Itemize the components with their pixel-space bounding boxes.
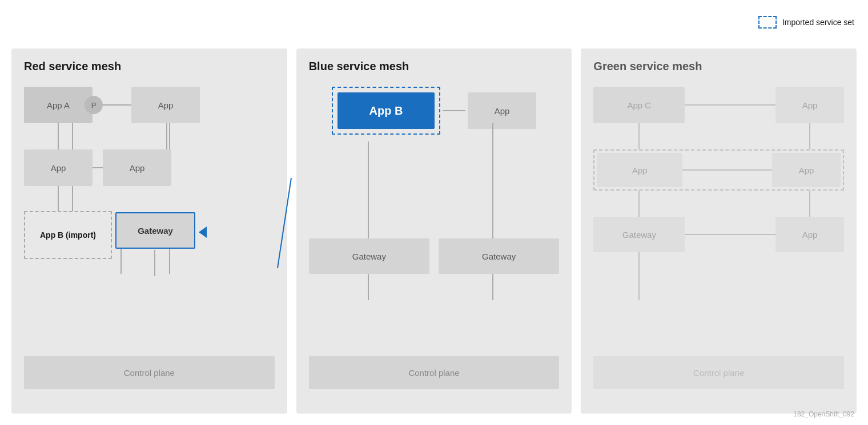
blue-mesh-panel: Blue service mesh App B App	[296, 48, 572, 414]
green-app-mid-right: App	[772, 153, 841, 187]
red-mesh-title: Red service mesh	[24, 60, 275, 73]
blue-row1: App B App	[309, 87, 560, 135]
app-b-highlighted: App B	[337, 92, 435, 129]
blue-app-top-right: App	[468, 92, 536, 129]
v-conn-blue-3	[368, 274, 369, 300]
h-line-green-3	[685, 234, 775, 235]
v-conn-green-2	[809, 123, 810, 149]
blue-gateway-right: Gateway	[439, 238, 559, 274]
v-conn-blue-4	[492, 274, 493, 300]
blue-mesh-title: Blue service mesh	[309, 60, 560, 73]
proxy-badge: P	[85, 96, 103, 114]
red-app-mid-right: App	[103, 149, 171, 186]
arrow-left-icon	[199, 226, 207, 238]
green-row2-inner: App App	[597, 153, 841, 187]
watermark: 182_OpenShift_092	[793, 410, 854, 418]
v-conn-blue-2	[492, 123, 493, 238]
arrow-area	[199, 226, 207, 238]
green-app-bottom-right: App	[775, 217, 844, 252]
h-line-blue	[443, 110, 465, 111]
red-control-plane: Control plane	[24, 356, 275, 389]
legend-label: Imported service set	[782, 18, 854, 27]
green-app-c: App C	[593, 87, 685, 123]
v-conn-3	[58, 186, 59, 211]
page-container: Imported service set Red service mesh	[0, 0, 868, 425]
blue-gateway-row: Gateway Gateway	[309, 238, 560, 274]
app-b-import-label: App B (import)	[31, 218, 105, 252]
green-gateway: Gateway	[593, 217, 685, 252]
v-conn-green-3	[638, 191, 640, 217]
v-conn-green-5	[638, 252, 640, 300]
h-line-1	[103, 104, 131, 106]
green-mesh-panel: Green service mesh App C App	[581, 48, 857, 414]
h-line-2	[93, 167, 103, 168]
blue-gateway-left: Gateway	[309, 238, 429, 274]
red-mesh-panel: Red service mesh	[11, 48, 287, 414]
legend-dashed-box	[758, 16, 777, 29]
h-line-green-2	[682, 169, 772, 171]
v-conn-green-4	[809, 191, 810, 217]
red-row2: App App	[24, 149, 171, 186]
v-conn-2	[166, 123, 167, 149]
red-app-top-right: App	[131, 87, 200, 123]
blue-control-plane: Control plane	[309, 356, 560, 389]
green-row3: Gateway App	[593, 217, 844, 252]
v-conn-green-1	[638, 123, 640, 149]
red-app-mid-left: App	[24, 149, 93, 186]
red-gateway-box: Gateway	[115, 212, 195, 249]
green-mesh-title: Green service mesh	[593, 60, 844, 73]
green-row2-group: App App	[593, 149, 844, 191]
v-conn-4	[154, 250, 155, 276]
v-conn-blue-1	[368, 141, 369, 238]
meshes-row: Red service mesh	[11, 48, 857, 414]
green-app-mid-left: App	[597, 153, 682, 187]
green-control-plane: Control plane	[593, 356, 844, 389]
green-app-top-right: App	[775, 87, 844, 123]
red-row1: App A P App	[24, 87, 200, 123]
legend: Imported service set	[758, 16, 854, 29]
green-row1: App C App	[593, 87, 844, 123]
h-line-green-1	[685, 104, 775, 106]
v-conn-1	[58, 123, 59, 149]
imported-service-set-red: App B (import)	[24, 211, 112, 259]
app-b-import-set: App B	[332, 87, 440, 135]
app-a-box: App A P	[24, 87, 93, 123]
